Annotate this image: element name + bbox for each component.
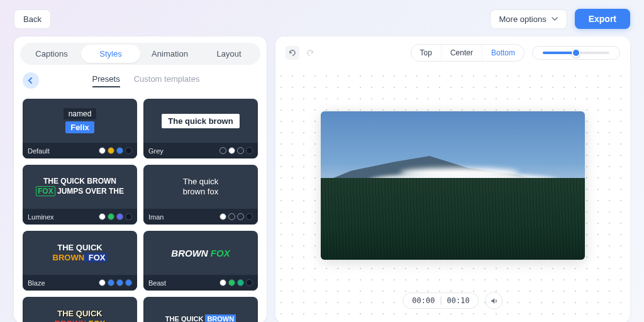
preset-card[interactable]: THE QUICK BROWN FOX [23, 297, 137, 322]
mute-button[interactable] [486, 292, 503, 309]
sample-text: THE QUICK BROWN [165, 315, 236, 322]
time-display: 00:00 | 00:10 [402, 292, 479, 309]
preset-name: Blaze [28, 279, 45, 287]
preset-name: Beast [148, 279, 166, 287]
preset-blaze[interactable]: THE QUICK BROWN FOX Blaze [23, 231, 137, 291]
more-options-label: More options [499, 14, 547, 24]
preset-preview: THE QUICK BROWN [143, 297, 258, 322]
sub-tab-custom[interactable]: Custom templates [134, 74, 200, 87]
preset-footer: Beast [143, 275, 258, 291]
color-swatch [125, 279, 132, 286]
preset-footer: Default [23, 143, 137, 158]
scene-clouds [400, 168, 519, 178]
color-swatch [116, 279, 123, 286]
color-swatch [108, 147, 114, 154]
undo-redo-group [286, 46, 317, 60]
video-preview[interactable] [321, 111, 585, 260]
time-separator: | [438, 296, 443, 305]
more-options-button[interactable]: More options [490, 9, 567, 29]
tabs: Captions Styles Animation Layout [14, 36, 267, 65]
color-swatches [99, 147, 132, 154]
preview-panel: Top Center Bottom 0 [275, 36, 630, 322]
preset-footer: Luminex [23, 209, 137, 225]
preset-preview: THE QUICK BROWN FOX JUMPS OVER THE [23, 165, 137, 209]
preview-header-right: Top Center Bottom [411, 44, 620, 62]
align-bottom[interactable]: Bottom [482, 45, 524, 61]
preview-header: Top Center Bottom [275, 36, 630, 69]
tab-layout[interactable]: Layout [199, 45, 258, 63]
slider-track [543, 52, 609, 54]
color-swatch [116, 147, 123, 154]
export-button[interactable]: Export [575, 9, 630, 29]
main: Captions Styles Animation Layout Presets… [0, 36, 644, 322]
color-swatch [228, 213, 235, 220]
chevron-down-icon [552, 14, 558, 24]
playback-bar: 00:00 | 00:10 [402, 292, 502, 309]
color-swatch [108, 279, 114, 286]
color-swatch [237, 213, 244, 220]
presets-grid: named Felix Default The quick brown [14, 94, 267, 322]
align-top[interactable]: Top [411, 45, 441, 61]
color-swatches [99, 279, 132, 286]
preset-beast[interactable]: BROWN FOX Beast [143, 231, 258, 291]
color-swatch [125, 213, 132, 220]
color-swatch [237, 147, 244, 154]
color-swatches [99, 213, 132, 220]
redo-icon [306, 48, 314, 57]
sample-text: BROWN FOX [171, 248, 230, 258]
color-swatch [116, 213, 123, 220]
sub-header: Presets Custom templates [14, 65, 267, 94]
preset-preview: THE QUICK BROWN FOX [23, 297, 137, 322]
sub-tab-presets[interactable]: Presets [92, 74, 120, 87]
sample-text: The quick brown [162, 114, 239, 128]
preset-default[interactable]: named Felix Default [23, 99, 137, 158]
color-swatches [219, 213, 253, 220]
preset-footer: Grey [143, 143, 258, 158]
slider-thumb[interactable] [572, 48, 580, 57]
left-panel: Captions Styles Animation Layout Presets… [14, 36, 267, 322]
color-swatch [228, 279, 235, 286]
undo-icon [288, 48, 297, 57]
preset-luminex[interactable]: THE QUICK BROWN FOX JUMPS OVER THE Lumin… [23, 165, 137, 225]
preset-preview: THE QUICK BROWN FOX [23, 231, 137, 275]
tab-animation[interactable]: Animation [140, 45, 199, 63]
color-swatch [125, 147, 132, 154]
size-slider[interactable] [532, 46, 620, 60]
tab-captions[interactable]: Captions [22, 45, 81, 63]
sub-tabs: Presets Custom templates [34, 74, 258, 87]
preset-preview: BROWN FOX [143, 231, 258, 275]
color-swatch [228, 147, 235, 154]
preset-preview: The quick brown fox [143, 165, 258, 209]
redo-button[interactable] [303, 46, 317, 60]
color-swatches [219, 279, 253, 286]
preset-name: Grey [148, 147, 164, 155]
color-swatch [99, 213, 106, 220]
align-center[interactable]: Center [441, 45, 482, 61]
back-button[interactable]: Back [14, 9, 51, 29]
align-group: Top Center Bottom [411, 44, 525, 62]
preset-name: Default [28, 147, 50, 155]
sample-text: The quick brown fox [183, 177, 218, 196]
preset-iman[interactable]: The quick brown fox Iman [143, 165, 258, 225]
color-swatch [108, 213, 114, 220]
scene-forest [321, 178, 585, 260]
color-swatch [246, 213, 253, 220]
sample-text: named [64, 108, 97, 119]
preset-preview: named Felix [23, 99, 137, 143]
preset-footer: Blaze [23, 275, 137, 291]
color-swatch [219, 147, 226, 154]
topbar: Back More options Export [0, 0, 644, 36]
sample-text: THE QUICK BROWN FOX JUMPS OVER THE [36, 177, 124, 196]
time-total: 00:10 [447, 296, 470, 305]
preset-card[interactable]: THE QUICK BROWN [143, 297, 258, 322]
sample-text: THE QUICK BROWN FOX [55, 309, 106, 322]
color-swatch [219, 213, 226, 220]
time-current: 00:00 [412, 296, 435, 305]
color-swatch [99, 279, 106, 286]
topbar-right: More options Export [490, 9, 631, 29]
tab-group: Captions Styles Animation Layout [20, 43, 260, 65]
undo-button[interactable] [286, 46, 299, 60]
tab-styles[interactable]: Styles [81, 45, 140, 63]
sample-text: THE QUICK BROWN FOX [53, 243, 108, 262]
preset-grey[interactable]: The quick brown Grey [143, 99, 258, 158]
